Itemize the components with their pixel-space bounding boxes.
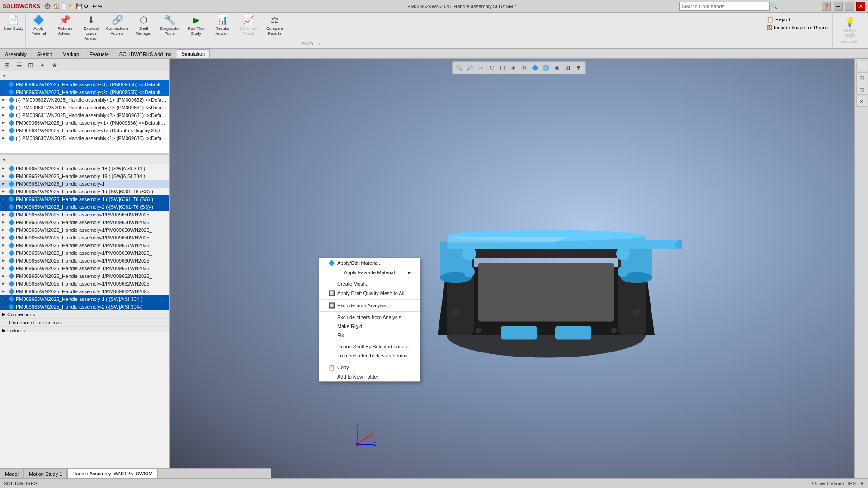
new-study-btn[interactable]: 📄 New Study [2,14,26,47]
vt-zoomfit-btn[interactable]: 🔎 [465,63,475,73]
fixtures-section[interactable]: ▶ Fixtures [0,327,169,332]
tree-lower-9[interactable]: ▶ 🔷 PM009656WN2025_Handle assembly-1/PM0… [0,234,169,241]
ctx-copy[interactable]: 📋 Copy [319,362,420,372]
new-btn[interactable]: 📄 [61,3,67,9]
close-btn[interactable]: ✕ [856,2,865,11]
vt-lights-btn[interactable]: ◉ [552,63,562,73]
vt-more-btn[interactable]: ▼ [574,63,584,73]
ctx-exclude-analysis[interactable]: 🔲 Exclude from Analysis [319,300,420,310]
vt-settings-btn[interactable]: ⚙ [519,63,529,73]
connections-section[interactable]: ▶ Connections [0,310,169,319]
tree-lower-0[interactable]: ▶ 🔷 PM009652WN2025_Handle assembly-18 (-… [0,164,169,172]
tree-lower-17[interactable]: ▶ 🔷 PM009663WN2025_Handle assembly-1 (-[… [0,295,169,303]
bottom-tab-motion[interactable]: Motion Study 1 [24,469,67,478]
minimize-btn[interactable]: ─ [834,2,843,11]
tree-lower-13[interactable]: ▶ 🔷 PM009656WN2025_Handle assembly-1/PM0… [0,264,169,272]
connections-advisor-btn[interactable]: 🔗 Connections Advisor [104,14,131,47]
undo-btn[interactable]: ↩ [92,3,97,9]
star-btn[interactable]: ★ [49,60,60,70]
view-icons-btn[interactable]: ⊞ [2,60,13,70]
deformed-result-btn[interactable]: 📈 Deformed Result [236,14,262,47]
bottom-tab-swsim[interactable]: Handle Assembly_WN2025_SWSIM [67,469,157,478]
vt-environment-btn[interactable]: 🌐 [541,63,551,73]
ctx-define-shell[interactable]: Define Shell By Selected Faces... [319,342,420,351]
save-btn[interactable]: 💾 [76,3,83,9]
ctx-create-mesh[interactable]: Create Mesh... [319,279,420,288]
vt-wireframe-btn[interactable]: ⬡ [487,63,497,73]
hot-tools-btn[interactable]: Hot Tools [836,39,863,46]
compare-results-btn[interactable]: ⚖ Compare Results [262,14,288,47]
shell-manager-btn[interactable]: ⬡ Shell Manager [131,14,157,47]
component-interactions-section[interactable]: Component Interactions [0,319,169,327]
vt-section-btn[interactable]: ◈ [509,63,519,73]
ctx-make-rigid[interactable]: Make Rigid [319,322,420,331]
rp-btn-1[interactable]: ⬜ [856,61,867,71]
tree-item-7[interactable]: ▶ 🔷 (-) PM009630WN2025_Handle assembly<1… [0,134,169,142]
tree-lower-7[interactable]: ▶ 🔷 PM009656WN2025_Handle assembly-1/PM0… [0,218,169,226]
tree-item-4[interactable]: ▶ 🔷 (-) PM009631WN2025_Handle assembly<2… [0,111,169,119]
tab-solidworks-addins[interactable]: SOLIDWORKS Add-Ins [114,49,176,58]
tree-lower-16[interactable]: ▶ 🔷 PM009656WN2025_Handle assembly-1/PM0… [0,287,169,295]
tree-lower-2[interactable]: ▶ 🔷 PM009652WN2025_Handle assembly-1 [0,180,169,188]
tab-markup[interactable]: Markup [57,49,84,58]
apply-material-btn[interactable]: 🔷 Apply Material [26,14,52,47]
tree-lower-11[interactable]: ▶ 🔷 PM009656WN2025_Handle assembly-1/PM0… [0,249,169,257]
run-this-study-btn[interactable]: ▶ Run This Study [183,14,209,47]
tree-lower-10[interactable]: ▶ 🔷 PM009656WN2025_Handle assembly-1/PM0… [0,241,169,249]
vt-pan-btn[interactable]: ↔ [476,63,486,73]
ctx-treat-beams[interactable]: Treat selected bodies as beams [319,351,420,360]
external-loads-btn[interactable]: ⬇ External Loads Advisor [78,14,104,47]
tree-lower-18[interactable]: ▶ 🔷 PM009663WN2025_Handle assembly-2 (-[… [0,303,169,310]
ctx-apply-draft-mesh[interactable]: 🔲 Apply Draft Quality Mesh to All [319,288,420,298]
ctx-apply-favorite-material[interactable]: Apply Favorite Material [319,268,420,277]
tree-lower-6[interactable]: ▶ 🔷 PM009656WN2025_Handle assembly-1/PM0… [0,211,169,218]
tree-item-5[interactable]: ▶ 🔷 PM009366WN2025_Handle assembly<1> (P… [0,119,169,127]
maximize-btn[interactable]: □ [845,2,854,11]
ctx-exclude-others[interactable]: Exclude others from Analysis [319,313,420,322]
tab-sketch[interactable]: Sketch [32,49,57,58]
tree-item-6[interactable]: ▶ 🔷 PM009634WN2025_Handle assembly<1> (D… [0,127,169,134]
vt-shaded-btn[interactable]: ▢ [498,63,508,73]
design-insight-btn[interactable]: 💡 Design Insight [836,15,863,39]
tree-lower-14[interactable]: ▶ 🔷 PM009656WN2025_Handle assembly-1/PM0… [0,272,169,280]
tree-item-3[interactable]: ▶ 🔷 (-) PM009631WN2025_Handle assembly<1… [0,103,169,111]
tree-lower-8[interactable]: ▶ 🔷 PM009656WN2025_Handle assembly-1/PM0… [0,226,169,234]
tree-lower-15[interactable]: ▶ 🔷 PM009656WN2025_Handle assembly-1/PM0… [0,280,169,287]
search-icon[interactable]: 🔍 [771,3,778,9]
tree-item-2[interactable]: ▶ 🔷 (-) PM009632WN2025_Handle assembly<1… [0,96,169,103]
include-image-btn[interactable]: 🖼 Include Image for Report [767,23,829,32]
rp-btn-3[interactable]: ◳ [856,84,867,95]
tree-lower-5[interactable]: ▶ 🔷 PM009655WN2025_Handle assembly-2 (-[… [0,203,169,211]
results-advisor-btn[interactable]: 📊 Results Advisor [209,14,236,47]
tree-item-1[interactable]: ▶ 🔷 PM009655WN2025_Handle assembly<2> (P… [0,88,169,96]
rp-btn-2[interactable]: ◱ [856,72,867,83]
tree-lower-4[interactable]: ▶ 🔷 PM009655WN2025_Handle assembly-1 (-[… [0,195,169,203]
tree-item-0[interactable]: ▶ 🔷 PM009655WN2025_Handle assembly<1> (P… [0,80,169,88]
report-btn[interactable]: 📋 Report [767,15,829,23]
help-btn[interactable]: ❓ [822,2,831,11]
tab-assembly[interactable]: Assembly [0,49,32,58]
open-btn[interactable]: 📂 [68,3,75,9]
ctx-fix[interactable]: Fix [319,331,420,340]
ctx-apply-edit-material[interactable]: 🔷 Apply/Edit Material... [319,258,420,268]
bottom-tab-model[interactable]: Model [0,469,24,478]
diagnostic-tools-btn[interactable]: 🔧 Diagnostic Tools [157,14,183,47]
pin-btn[interactable]: ✦ [37,60,48,70]
vt-magnify-btn[interactable]: 🔍 [454,63,464,73]
tab-simulation[interactable]: Simulation [177,49,210,58]
fixtures-advisor-btn[interactable]: 📌 Fixtures Advisor [52,14,78,47]
tree-lower-12[interactable]: ▶ 🔷 PM009656WN2025_Handle assembly-1/PM0… [0,257,169,264]
view-tree-btn[interactable]: ⊡ [25,60,36,70]
view-list-btn[interactable]: ☰ [14,60,24,70]
settings-btn[interactable]: ⚙ [84,3,89,9]
vt-material-btn[interactable]: 🔷 [530,63,540,73]
tab-evaluate[interactable]: Evaluate [85,49,114,58]
ctx-add-folder[interactable]: Add to New Folder [319,372,420,381]
redo-btn[interactable]: ↪ [98,3,102,9]
tree-lower-3[interactable]: ▶ 🔷 PM009654WN2025_Handle assembly-1 (-[… [0,188,169,195]
rp-btn-4[interactable]: ✕ [856,96,867,107]
status-dropdown-icon[interactable]: ▼ [859,481,864,486]
tree-lower-1[interactable]: ▶ 🔷 PM009652WN2025_Handle assembly-19 (-… [0,172,169,180]
search-input[interactable] [679,2,770,11]
vt-display-btn[interactable]: ⊞ [563,63,573,73]
